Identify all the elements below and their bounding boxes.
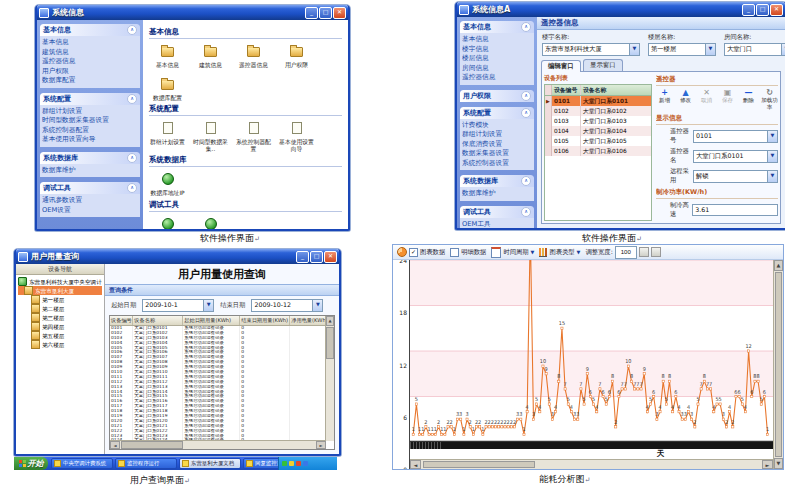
field-combobox[interactable]: 0101▼: [693, 130, 778, 143]
time-period-dropdown[interactable]: 时间周期 ▼: [491, 247, 534, 258]
toolbar-button-删除[interactable]: —删除: [740, 88, 757, 104]
selector-combobox[interactable]: 第一楼层▼: [648, 43, 716, 56]
minimize-icon[interactable]: _: [742, 4, 755, 16]
sidebar-item[interactable]: OEM设置: [42, 206, 138, 216]
maximize-icon[interactable]: □: [319, 7, 332, 19]
scroll-up-icon[interactable]: ▲: [774, 260, 783, 271]
table-row[interactable]: 0106大堂门口系0106: [545, 146, 651, 156]
maximize-icon[interactable]: □: [756, 4, 769, 16]
shortcut-item[interactable]: 时间型数据采集..: [192, 119, 229, 152]
sidebar-item[interactable]: 计费模块: [462, 121, 532, 131]
sidebar-item[interactable]: 用户权限: [42, 67, 138, 77]
sidebar-item[interactable]: 保底消费设置: [462, 140, 532, 150]
sidebar-group-header[interactable]: 系统数据库∧: [460, 175, 534, 187]
toolbar-button-修改[interactable]: ▲修改: [677, 88, 694, 104]
green-status-icon[interactable]: [282, 461, 287, 466]
scroll-left-icon[interactable]: ◄: [410, 460, 421, 469]
shortcut-item[interactable]: 基本使用设置向导: [278, 119, 315, 152]
toolbar-button-加载功率[interactable]: ↻加载功率: [761, 88, 778, 111]
chevron-down-icon[interactable]: ▼: [781, 44, 785, 55]
scrollbar-thumb[interactable]: [326, 327, 334, 359]
sidebar-group-header[interactable]: 用户权限∧: [460, 90, 534, 102]
end-date-combobox[interactable]: 2009-10-12▼: [251, 299, 323, 312]
sidebar-item[interactable]: OEM工具: [462, 220, 532, 229]
table-row[interactable]: 0103大堂门口系0103: [545, 116, 651, 126]
start-button[interactable]: 开始: [14, 457, 48, 470]
yellow-status-icon[interactable]: [289, 461, 294, 466]
sidebar-group-header[interactable]: 系统数据库∧: [40, 152, 140, 164]
sidebar-item[interactable]: 时间型数据采集器设置: [42, 116, 138, 126]
sidebar-group-header[interactable]: 调试工具∧: [460, 206, 534, 218]
field-combobox[interactable]: 解锁▼: [693, 170, 778, 183]
minimize-icon[interactable]: _: [305, 7, 318, 19]
sidebar-group-header[interactable]: 基本信息∧: [40, 24, 140, 36]
sidebar-item[interactable]: 系统控制器设置: [462, 159, 532, 169]
chevron-down-icon[interactable]: ▼: [767, 171, 777, 182]
toolbar-button-新增[interactable]: +新增: [656, 88, 673, 104]
scroll-right-icon[interactable]: ►: [762, 460, 773, 469]
table-row[interactable]: ▶0101大堂门口系0101: [545, 96, 651, 106]
width-input[interactable]: [615, 246, 637, 259]
scroll-up-icon[interactable]: ▲: [326, 316, 334, 326]
vertical-scrollbar[interactable]: ▲ ▼: [773, 260, 783, 469]
close-icon[interactable]: ✕: [324, 251, 337, 263]
sidebar-item[interactable]: 数据库配置: [42, 76, 138, 86]
detail-data-toggle[interactable]: 明细数据: [450, 248, 486, 257]
chevron-icon[interactable]: ∧: [521, 176, 531, 186]
horizontal-scrollbar[interactable]: ◄ ►: [410, 459, 773, 469]
shortcut-item[interactable]: 遥控器信息: [235, 42, 272, 69]
selector-combobox[interactable]: 大堂门口▼: [724, 43, 785, 56]
chevron-down-icon[interactable]: ▼: [629, 44, 639, 55]
sidebar-item[interactable]: 数据库维护: [42, 166, 138, 176]
sidebar-item[interactable]: 遥控器信息: [42, 57, 138, 67]
width-unit-button-2[interactable]: [651, 247, 661, 257]
scroll-left-icon[interactable]: ◄: [110, 441, 120, 449]
table-row[interactable]: 0102大堂门口系0102: [545, 106, 651, 116]
shortcut-item[interactable]: 系统控制器配置: [235, 119, 272, 152]
maximize-icon[interactable]: □: [310, 251, 323, 263]
table-row[interactable]: 0105大堂门口系0105: [545, 136, 651, 146]
shortcut-item[interactable]: 数据库配置: [149, 75, 186, 102]
tree-node-selected[interactable]: 东营市垦利大厦: [18, 286, 102, 295]
scrollbar-thumb[interactable]: [121, 441, 183, 449]
chart-data-checkbox[interactable]: ✓: [409, 248, 418, 257]
taskbar-button[interactable]: 监控程序运行: [115, 458, 177, 469]
start-date-combobox[interactable]: 2009-10-1▼: [142, 299, 214, 312]
tree-node[interactable]: 第三楼层: [18, 313, 102, 322]
sidebar-item[interactable]: 群组计划设置: [462, 130, 532, 140]
chevron-icon[interactable]: ∧: [521, 91, 531, 101]
tree-root-node[interactable]: 东营垦利科技大厦中央空调计费系统: [18, 277, 102, 286]
scroll-down-icon[interactable]: ▼: [774, 458, 783, 469]
table-row[interactable]: 0104大堂门口系0104: [545, 126, 651, 136]
shortcut-item[interactable]: 群组计划设置: [149, 119, 186, 152]
sidebar-item[interactable]: 数据库维护: [462, 189, 532, 199]
chevron-down-icon[interactable]: ▼: [767, 131, 777, 142]
close-icon[interactable]: ✕: [770, 4, 783, 16]
chevron-down-icon[interactable]: ▼: [203, 300, 213, 311]
red-status-icon[interactable]: [296, 461, 301, 466]
tree-node[interactable]: 第六楼层: [18, 340, 102, 349]
tree-node[interactable]: 第二楼层: [18, 304, 102, 313]
chevron-icon[interactable]: ∧: [127, 153, 137, 163]
text-input[interactable]: 3.61: [692, 204, 778, 216]
tree-node[interactable]: 第五楼层: [18, 331, 102, 340]
toolbar-button-保存[interactable]: ▣保存: [719, 88, 736, 104]
sidebar-item[interactable]: 基本信息: [462, 35, 532, 45]
chevron-icon[interactable]: ∧: [521, 22, 531, 32]
chevron-icon[interactable]: ∧: [127, 94, 137, 104]
chevron-icon[interactable]: ∧: [127, 25, 137, 35]
sidebar-group-header[interactable]: 调试工具∧: [40, 182, 140, 194]
chart-type-dropdown[interactable]: 图表类型 ▼: [539, 248, 580, 257]
width-unit-button-1[interactable]: [639, 247, 649, 257]
sidebar-item[interactable]: 群组计划设置: [42, 107, 138, 117]
shortcut-item[interactable]: 通讯参数设置: [149, 215, 186, 230]
shortcut-item[interactable]: OEM设置: [192, 215, 229, 230]
sidebar-item[interactable]: 基本使用设置向导: [42, 135, 138, 145]
shortcut-item[interactable]: 用户权限: [278, 42, 315, 69]
sidebar-item[interactable]: 数据采集器设置: [462, 149, 532, 159]
blue-network-icon[interactable]: [303, 461, 308, 466]
sidebar-group-header[interactable]: 基本信息∧: [460, 21, 534, 33]
sidebar-group-header[interactable]: 系统配置∧: [40, 93, 140, 105]
sidebar-item[interactable]: 楼层信息: [462, 54, 532, 64]
tab-display-window[interactable]: 显示窗口: [583, 59, 623, 71]
